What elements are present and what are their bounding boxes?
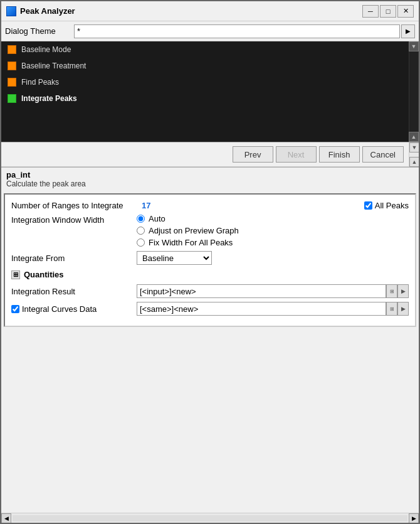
finish-button[interactable]: Finish: [319, 146, 360, 163]
nav-scroll-down[interactable]: ▼: [409, 41, 419, 51]
radio-adjust-input[interactable]: [137, 227, 145, 235]
integration-result-input[interactable]: [137, 284, 386, 298]
radio-fix-width[interactable]: Fix Width For All Peaks: [137, 238, 239, 247]
radio-auto[interactable]: Auto: [137, 214, 239, 223]
nav-item-baseline-mode[interactable]: Baseline Mode: [1, 41, 409, 58]
num-ranges-row: Number of Ranges to Integrate 17 All Pea…: [11, 201, 409, 210]
integration-result-row: Integration Result ⊞ ▶: [11, 284, 409, 298]
nav-scroll-up[interactable]: ▲: [409, 132, 419, 142]
integration-result-group: ⊞ ▶: [137, 284, 409, 298]
integration-result-arrow-btn[interactable]: ▶: [397, 284, 409, 298]
script-name: pa_int: [6, 170, 414, 179]
title-bar-controls: ─ □ ✕: [362, 5, 414, 18]
radio-fix-input[interactable]: [137, 238, 145, 247]
integrate-peaks-icon: [8, 94, 16, 103]
nav-label-integrate-peaks: Integrate Peaks: [21, 94, 77, 103]
info-bar: pa_int Calculate the peak area: [1, 168, 419, 191]
integrate-from-label: Integrate From: [11, 254, 137, 263]
integrate-from-row: Integrate From Baseline Zero: [11, 251, 409, 265]
dialog-theme-arrow-button[interactable]: ▶: [401, 24, 415, 38]
scroll-right-btn[interactable]: ▶: [409, 513, 419, 523]
integral-curves-group: ⊞ ▶: [137, 302, 409, 316]
nav-area: Baseline Mode Baseline Treatment Find Pe…: [1, 41, 419, 142]
quantities-expand-icon[interactable]: ⊞: [11, 270, 20, 279]
nav-item-find-peaks[interactable]: Find Peaks: [1, 74, 409, 90]
nav-scroll-track: [409, 51, 418, 132]
cancel-button[interactable]: Cancel: [362, 146, 404, 163]
integration-window-row: Integration Window Width Auto Adjust on …: [11, 214, 409, 247]
find-peaks-icon: [8, 78, 16, 87]
scroll-left-btn[interactable]: ◀: [1, 513, 11, 523]
dialog-theme-label: Dialog Theme: [5, 26, 74, 36]
scroll-track-horizontal: [13, 515, 407, 521]
title-bar: Peak Analyzer ─ □ ✕: [1, 1, 419, 21]
content-scroll-up[interactable]: ▼: [409, 142, 419, 152]
next-button[interactable]: Next: [276, 146, 317, 163]
horizontal-scrollbar: ◀ ▶: [1, 513, 419, 523]
integral-curves-label: Integral Curves Data: [22, 304, 97, 314]
script-description: Calculate the peak area: [6, 179, 414, 188]
all-peaks-group: All Peaks: [364, 201, 409, 210]
nav-item-baseline-treatment[interactable]: Baseline Treatment: [1, 58, 409, 74]
nav-label-find-peaks: Find Peaks: [21, 78, 59, 87]
integral-curves-arrow-btn[interactable]: ▶: [397, 302, 409, 316]
dialog-theme-row: Dialog Theme ▶: [1, 21, 419, 41]
nav-scrollbar: ▼ ▲: [409, 41, 419, 142]
integrate-from-select[interactable]: Baseline Zero: [137, 251, 212, 265]
nav-item-integrate-peaks[interactable]: Integrate Peaks: [1, 90, 409, 107]
radio-fix-label: Fix Width For All Peaks: [149, 238, 233, 247]
integration-window-label: Integration Window Width: [11, 215, 137, 225]
integral-curves-browse-btn[interactable]: ⊞: [386, 302, 397, 316]
all-peaks-label: All Peaks: [375, 201, 409, 210]
num-ranges-label: Number of Ranges to Integrate: [11, 201, 137, 210]
window-title: Peak Analyzer: [20, 6, 362, 16]
peak-analyzer-icon: [6, 6, 16, 16]
baseline-treatment-icon: [8, 61, 16, 70]
integral-curves-row: Integral Curves Data ⊞ ▶: [11, 302, 409, 316]
settings-panel: Number of Ranges to Integrate 17 All Pea…: [4, 193, 416, 327]
close-button[interactable]: ✕: [397, 5, 414, 18]
num-ranges-value: 17: [142, 201, 150, 210]
integration-result-browse-btn[interactable]: ⊞: [386, 284, 397, 298]
radio-adjust-label: Adjust on Preview Graph: [149, 226, 239, 235]
integral-curves-input[interactable]: [137, 302, 386, 316]
nav-items-list: Baseline Mode Baseline Treatment Find Pe…: [1, 41, 409, 142]
integral-curves-check-group: Integral Curves Data: [11, 304, 137, 314]
maximize-button[interactable]: □: [380, 5, 396, 18]
nav-label-baseline-treatment: Baseline Treatment: [21, 61, 86, 70]
quantities-label: Quantities: [24, 270, 64, 279]
radio-adjust-preview[interactable]: Adjust on Preview Graph: [137, 226, 239, 235]
integration-result-label: Integration Result: [11, 287, 137, 296]
content-scroll-down[interactable]: ▲: [409, 157, 419, 167]
peak-analyzer-window: Peak Analyzer ─ □ ✕ Dialog Theme ▶ Basel…: [0, 0, 420, 524]
quantities-row[interactable]: ⊞ Quantities: [11, 270, 409, 279]
radio-group: Auto Adjust on Preview Graph Fix Width F…: [137, 214, 239, 247]
radio-auto-label: Auto: [149, 214, 165, 223]
all-peaks-checkbox[interactable]: [364, 201, 372, 210]
radio-auto-input[interactable]: [137, 215, 145, 223]
prev-button[interactable]: Prev: [233, 146, 273, 163]
dialog-theme-input[interactable]: [74, 24, 400, 38]
baseline-mode-icon: [8, 45, 16, 54]
integral-curves-checkbox[interactable]: [11, 305, 19, 313]
minimize-button[interactable]: ─: [362, 5, 379, 18]
nav-label-baseline-mode: Baseline Mode: [21, 45, 71, 54]
action-bar: Prev Next Finish Cancel: [1, 142, 409, 167]
